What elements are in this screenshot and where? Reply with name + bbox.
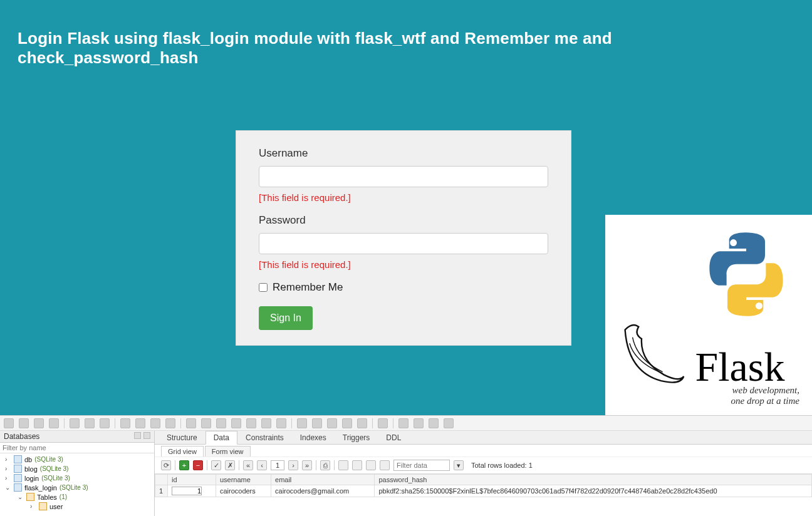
tree-tag: (SQLite 3) (41, 475, 70, 482)
toolbar-separator (207, 460, 207, 470)
col-username[interactable]: username (216, 475, 271, 485)
grid-next-page-icon[interactable]: › (288, 460, 298, 470)
db-sidebar: Databases ›db (SQLite 3)›blog (SQLite 3)… (0, 431, 155, 516)
toolbar-icon[interactable] (135, 418, 145, 428)
grid-delete-row-icon[interactable]: − (193, 460, 203, 470)
toolbar-icon[interactable] (4, 418, 14, 428)
tree-tag: (SQLite 3) (60, 484, 88, 491)
tab-ddl[interactable]: DDL (378, 431, 409, 444)
grid-add-row-icon[interactable]: + (179, 460, 189, 470)
col-id[interactable]: id (168, 475, 216, 485)
grid-tool-icon[interactable] (366, 460, 376, 470)
grid-commit-icon[interactable]: ✓ (211, 460, 221, 470)
toolbar-separator (334, 460, 335, 470)
username-input[interactable] (259, 166, 548, 187)
table-row[interactable]: 1 cairocoders cairocoders@gmail.com pbkd… (155, 485, 812, 497)
tree-arrow-icon[interactable]: ⌄ (5, 484, 11, 491)
toolbar-icon[interactable] (120, 418, 130, 428)
toolbar-separator (64, 418, 65, 428)
tree-arrow-icon[interactable]: › (5, 465, 11, 472)
close-icon[interactable] (143, 432, 150, 439)
grid-page-number[interactable]: 1 (271, 460, 284, 470)
toolbar-icon[interactable] (49, 418, 59, 428)
grid-last-page-icon[interactable]: » (302, 460, 312, 470)
tree-arrow-icon[interactable]: ⌄ (18, 493, 24, 500)
tree-item-flask_login[interactable]: ⌄flask_login (SQLite 3) (0, 483, 154, 492)
tab-indexes[interactable]: Indexes (292, 431, 335, 444)
grid-prev-page-icon[interactable]: ‹ (257, 460, 267, 470)
toolbar-icon[interactable] (414, 418, 424, 428)
toolbar-icon[interactable] (327, 418, 337, 428)
toolbar-icon[interactable] (85, 418, 95, 428)
grid-first-page-icon[interactable]: « (243, 460, 253, 470)
tree-arrow-icon[interactable]: › (30, 503, 36, 510)
tree-item-tables[interactable]: ⌄Tables (1) (0, 492, 154, 502)
grid-filter-apply-icon[interactable]: ▾ (454, 460, 464, 470)
toolbar-icon[interactable] (19, 418, 29, 428)
toolbar-icon[interactable] (165, 418, 175, 428)
tree-item-login[interactable]: ›login (SQLite 3) (0, 473, 154, 483)
remember-me-label: Remember Me (273, 281, 343, 294)
toolbar-separator (239, 460, 239, 470)
db-tabs: StructureDataConstraintsIndexesTriggersD… (155, 431, 812, 445)
grid-filter-input[interactable] (393, 460, 450, 471)
toolbar-icon[interactable] (342, 418, 352, 428)
database-icon (14, 465, 22, 473)
toolbar-icon[interactable] (70, 418, 80, 428)
subtab-form-view[interactable]: Form view (205, 446, 251, 457)
remember-me-checkbox[interactable] (259, 283, 268, 292)
grid-tool-icon[interactable] (380, 460, 390, 470)
toolbar-icon[interactable] (276, 418, 286, 428)
cell-password-hash[interactable]: pbkdf2:sha256:150000$F2xinlEL$7bfec86460… (375, 485, 812, 497)
tree-label: db (24, 456, 32, 463)
tab-structure[interactable]: Structure (159, 431, 206, 444)
toolbar-icon[interactable] (357, 418, 367, 428)
toolbar-icon[interactable] (398, 418, 409, 428)
col-password-hash[interactable]: password_hash (375, 475, 812, 485)
cell-id[interactable] (168, 485, 216, 497)
table-icon (39, 502, 47, 510)
tab-constraints[interactable]: Constraints (237, 431, 292, 444)
username-error: [This field is required.] (259, 192, 548, 203)
grid-tool-icon[interactable] (338, 460, 348, 470)
toolbar-icon[interactable] (297, 418, 307, 428)
toolbar-icon[interactable] (378, 418, 388, 428)
grid-print-icon[interactable]: ⎙ (320, 460, 330, 470)
col-email[interactable]: email (271, 475, 375, 485)
toolbar-icon[interactable] (34, 418, 44, 428)
remember-me-row[interactable]: Remember Me (259, 281, 548, 294)
tree-tag: (SQLite 3) (40, 465, 69, 472)
toolbar-icon[interactable] (186, 418, 196, 428)
grid-tool-icon[interactable] (352, 460, 362, 470)
toolbar-fx-icon[interactable] (312, 418, 322, 428)
toolbar-icon[interactable] (150, 418, 160, 428)
tree-item-blog[interactable]: ›blog (SQLite 3) (0, 464, 154, 473)
toolbar-icon[interactable] (429, 418, 439, 428)
grid-rollback-icon[interactable]: ✗ (225, 460, 235, 470)
signin-button[interactable]: Sign In (259, 306, 313, 330)
toolbar-icon[interactable] (216, 418, 226, 428)
dock-icon[interactable] (134, 432, 141, 439)
tree-arrow-icon[interactable]: › (5, 475, 11, 482)
toolbar-icon[interactable] (261, 418, 271, 428)
toolbar-icon[interactable] (231, 418, 241, 428)
subtab-grid-view[interactable]: Grid view (161, 446, 204, 457)
cell-username[interactable]: cairocoders (216, 485, 271, 497)
tab-data[interactable]: Data (206, 431, 237, 445)
cell-id-input[interactable] (172, 487, 202, 495)
tree-item-db[interactable]: ›db (SQLite 3) (0, 455, 154, 464)
tree-item-user[interactable]: ›user (0, 502, 154, 511)
tab-triggers[interactable]: Triggers (335, 431, 378, 444)
password-input[interactable] (259, 233, 548, 254)
cell-email[interactable]: cairocoders@gmail.com (271, 485, 375, 497)
tree-label: Tables (37, 493, 57, 501)
db-filter-input[interactable] (0, 443, 154, 453)
db-sidebar-title: Databases (4, 432, 39, 441)
toolbar-icon[interactable] (444, 418, 454, 428)
toolbar-icon[interactable] (246, 418, 256, 428)
tree-arrow-icon[interactable]: › (5, 456, 11, 463)
username-label: Username (259, 147, 548, 160)
toolbar-icon[interactable] (100, 418, 110, 428)
grid-refresh-icon[interactable]: ⟳ (161, 460, 171, 470)
toolbar-icon[interactable] (201, 418, 211, 428)
